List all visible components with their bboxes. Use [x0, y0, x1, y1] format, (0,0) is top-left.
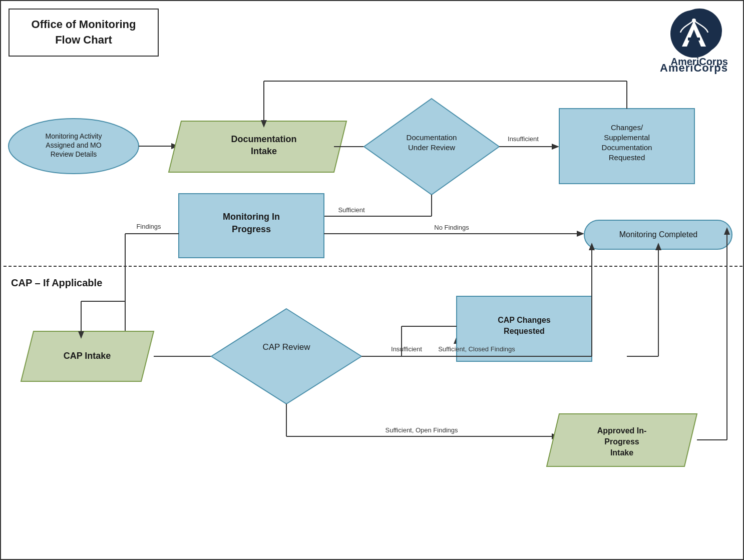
- svg-marker-20: [552, 144, 559, 150]
- logo-svg: [678, 18, 710, 50]
- svg-marker-51: [211, 309, 361, 404]
- svg-text:Sufficient, Open Findings: Sufficient, Open Findings: [385, 426, 458, 434]
- svg-text:Monitoring Completed: Monitoring Completed: [619, 230, 698, 239]
- svg-text:Monitoring In: Monitoring In: [223, 212, 280, 222]
- svg-text:CAP Changes: CAP Changes: [498, 316, 551, 324]
- svg-text:Insufficient: Insufficient: [391, 345, 422, 353]
- svg-text:CAP Intake: CAP Intake: [64, 351, 111, 361]
- svg-text:Sufficient: Sufficient: [338, 206, 365, 214]
- svg-text:Approved In-: Approved In-: [597, 426, 647, 435]
- logo-badge: [670, 10, 718, 58]
- svg-text:Supplemental: Supplemental: [604, 133, 650, 142]
- svg-rect-84: [688, 38, 700, 41]
- svg-text:Findings: Findings: [136, 223, 161, 230]
- svg-text:Changes/: Changes/: [611, 123, 643, 132]
- svg-text:Assigned and MO: Assigned and MO: [46, 141, 101, 149]
- svg-text:Documentation: Documentation: [231, 134, 296, 144]
- svg-text:Sufficient, Closed Findings: Sufficient, Closed Findings: [438, 345, 515, 353]
- flowchart-svg: CAP – If Applicable Monitoring Activity …: [1, 1, 744, 560]
- svg-text:No Findings: No Findings: [434, 224, 469, 231]
- logo-container: AmeriCorps: [660, 10, 728, 75]
- svg-text:Intake: Intake: [251, 146, 277, 156]
- svg-text:Progress: Progress: [232, 224, 271, 234]
- svg-text:CAP Review: CAP Review: [262, 342, 310, 352]
- main-container: Office of Monitoring Flow Chart AmeriCor…: [0, 0, 744, 560]
- svg-text:Requested: Requested: [609, 153, 645, 162]
- svg-text:Requested: Requested: [504, 327, 545, 335]
- cap-section-label: CAP – If Applicable: [11, 277, 102, 288]
- svg-marker-83: [682, 21, 706, 47]
- americorps-text: AmeriCorps: [660, 62, 728, 75]
- svg-text:Review Details: Review Details: [51, 150, 97, 158]
- svg-text:Documentation: Documentation: [602, 143, 652, 152]
- svg-text:Intake: Intake: [610, 448, 633, 457]
- svg-text:Documentation: Documentation: [407, 133, 457, 142]
- svg-text:Progress: Progress: [604, 437, 639, 446]
- svg-marker-39: [577, 231, 584, 237]
- svg-text:Under Review: Under Review: [408, 143, 455, 152]
- svg-text:Monitoring Activity: Monitoring Activity: [46, 132, 102, 140]
- svg-text:Insufficient: Insufficient: [508, 135, 539, 143]
